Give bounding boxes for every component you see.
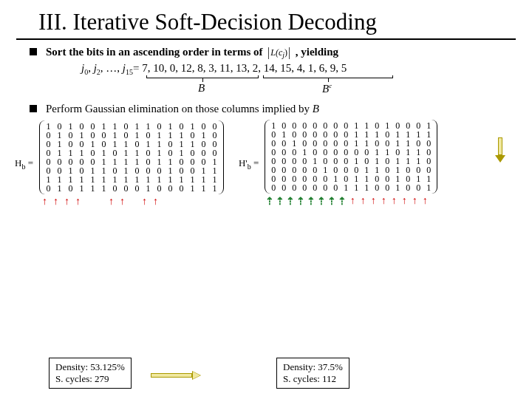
matrix-B: 1000000011010001010000001110111100100000…	[265, 120, 437, 208]
bullet-2: Perform Gaussian elimination on those co…	[30, 103, 502, 115]
matB-label: H'b =	[239, 157, 259, 171]
up-arrow-icon: ↑	[409, 195, 420, 208]
up-arrow-icon: ↑	[347, 195, 358, 208]
up-dash-arrow-icon: ⇡	[337, 195, 347, 208]
up-dash-arrow-icon: ⇡	[306, 195, 316, 208]
stat1-density: Density: 53.125%	[55, 361, 125, 373]
label-B: B	[198, 82, 205, 95]
up-arrow-icon: ↑	[50, 196, 61, 208]
bullet2-B: B	[313, 103, 319, 115]
spacer	[183, 196, 194, 208]
j-sequence: j0, j2, …, j15= 7, 10, 0, 12, 8, 3, 11, …	[81, 62, 532, 76]
bullet1-post: , yielding	[296, 46, 338, 58]
up-dash-arrow-icon: ⇡	[275, 195, 285, 208]
up-arrow-icon: ↑	[150, 196, 161, 208]
spacer	[95, 196, 106, 208]
stat2-cycles: S. cycles: 112	[283, 373, 343, 385]
spacer	[172, 196, 183, 208]
bullet2-text: Perform Gaussian elimination on those co…	[46, 103, 313, 115]
slide-title: III. Iterative Soft-Decision Decoding	[16, 0, 516, 40]
up-dash-arrow-icon: ⇡	[265, 195, 275, 208]
up-arrow-icon: ↑	[117, 196, 128, 208]
stat1-cycles: S. cycles: 279	[55, 373, 125, 385]
up-dash-arrow-icon: ⇡	[285, 195, 296, 208]
up-dash-arrow-icon: ⇡	[296, 195, 306, 208]
stats-left: Density: 53.125% S. cycles: 279	[49, 358, 132, 389]
spacer	[161, 196, 172, 208]
spacer	[205, 196, 216, 208]
spacer	[83, 196, 95, 208]
up-arrow-icon: ↑	[368, 195, 378, 208]
up-arrow-icon: ↑	[358, 195, 368, 208]
up-arrow-icon: ↑	[378, 195, 389, 208]
up-dash-arrow-icon: ⇡	[316, 195, 327, 208]
spacer	[128, 196, 139, 208]
stat2-density: Density: 37.5%	[283, 361, 343, 373]
bullet-icon	[30, 105, 37, 112]
metric-expr: L(cj)	[268, 47, 290, 59]
up-arrow-icon: ↑	[139, 196, 150, 208]
stats-right: Density: 37.5% S. cycles: 112	[276, 358, 349, 389]
arrow-right-icon	[151, 371, 201, 380]
up-arrow-icon: ↑	[39, 196, 50, 208]
bullet-icon	[30, 48, 37, 55]
up-arrow-icon: ↑	[72, 196, 83, 208]
up-arrow-icon: ↑	[106, 196, 117, 208]
up-arrow-icon: ↑	[61, 196, 72, 208]
up-arrow-icon: ↑	[399, 195, 409, 208]
up-arrow-icon: ↑	[389, 195, 399, 208]
matrix-area: Hb = 10100110110101000101001010111010010…	[15, 120, 517, 208]
matrix-row: 0101110001000111	[43, 184, 220, 193]
matrix-A: 1010011011010100010100101011101001001011…	[39, 120, 224, 208]
arrow-down-icon	[495, 137, 505, 163]
up-arrow-icon: ↑	[420, 195, 430, 208]
bullet-1: Sort the bits in an ascending order in t…	[30, 46, 502, 59]
brace-row: B Bc	[81, 78, 532, 97]
up-dash-arrow-icon: ⇡	[327, 195, 337, 208]
spacer	[194, 196, 205, 208]
bullet1-pre: Sort the bits in an ascending order in t…	[46, 46, 262, 58]
matrix-row: 0000000111001001	[268, 183, 434, 192]
label-Bc: Bc	[322, 82, 332, 95]
matA-label: Hb =	[15, 157, 33, 171]
